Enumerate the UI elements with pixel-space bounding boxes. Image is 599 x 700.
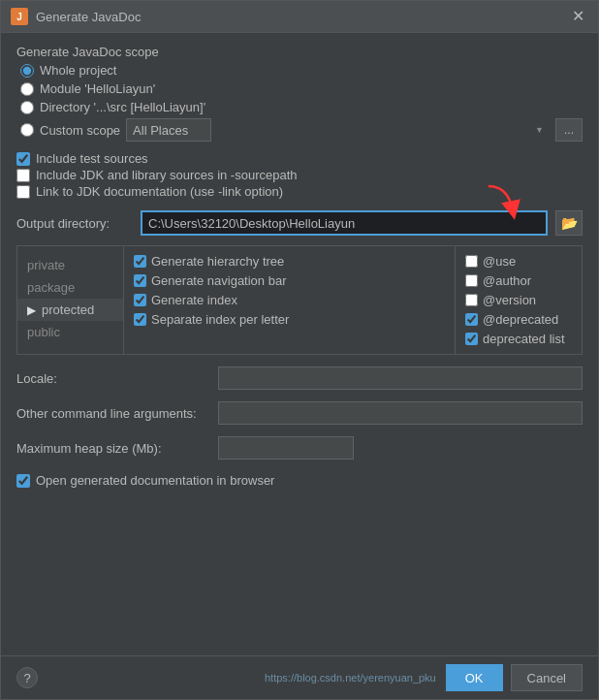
include-jdk-checkbox[interactable] — [16, 169, 30, 182]
vis-selected-arrow: ▶ — [27, 303, 36, 317]
scope-section: Generate JavaDoc scope Whole project Mod… — [16, 45, 583, 142]
title-bar: J Generate JavaDoc ✕ — [1, 1, 598, 33]
vis-protected[interactable]: ▶ protected — [17, 299, 123, 321]
folder-browse-button[interactable]: 📂 — [555, 210, 583, 236]
vis-package[interactable]: package — [17, 276, 123, 299]
scope-label: Generate JavaDoc scope — [16, 45, 583, 59]
tag-author-checkbox[interactable] — [465, 274, 478, 287]
locale-row: Locale: — [16, 366, 583, 390]
vis-private-label: private — [27, 258, 65, 272]
scope-module-radio[interactable] — [20, 82, 34, 96]
scope-module-label[interactable]: Module 'HelloLiayun' — [40, 81, 155, 96]
opt-navbar-label[interactable]: Generate navigation bar — [151, 273, 286, 288]
custom-scope-more-button[interactable]: ... — [555, 118, 583, 142]
opt-navbar-row: Generate navigation bar — [134, 273, 445, 288]
custom-scope-wrapper: All Places Project Files Module Files — [126, 118, 550, 142]
middle-section: private package ▶ protected public Gener… — [16, 245, 583, 355]
scope-module: Module 'HelloLiayun' — [20, 81, 583, 96]
heap-label: Maximum heap size (Mb): — [16, 441, 210, 456]
ok-label: OK — [465, 671, 484, 685]
scope-whole-radio[interactable] — [20, 64, 34, 78]
opt-navbar-checkbox[interactable] — [134, 274, 146, 287]
bottom-bar: ? https://blog.csdn.net/yerenyuan_pku OK… — [1, 655, 598, 699]
cmdargs-input[interactable] — [218, 401, 583, 425]
include-test-label[interactable]: Include test sources — [36, 151, 148, 166]
locale-label: Locale: — [16, 371, 210, 386]
help-button[interactable]: ? — [16, 667, 38, 688]
heap-input[interactable] — [218, 436, 354, 460]
tag-version-row: @version — [465, 293, 572, 307]
include-jdk-label[interactable]: Include JDK and library sources in -sour… — [36, 168, 298, 182]
scope-directory-radio[interactable] — [20, 101, 34, 114]
help-icon: ? — [23, 671, 30, 685]
scope-whole-label[interactable]: Whole project — [40, 63, 116, 78]
include-jdk-row: Include JDK and library sources in -sour… — [16, 168, 583, 182]
tag-deprecated-list-checkbox[interactable] — [465, 333, 478, 345]
cancel-button[interactable]: Cancel — [511, 664, 583, 691]
cmdargs-row: Other command line arguments: — [16, 401, 583, 425]
scope-directory-label[interactable]: Directory '...\src [HelloLiayun]' — [40, 100, 205, 114]
scope-custom: Custom scope All Places Project Files Mo… — [20, 118, 583, 142]
tag-author-label[interactable]: @author — [483, 273, 531, 288]
tag-version-checkbox[interactable] — [465, 294, 478, 306]
open-doc-checkbox[interactable] — [16, 474, 30, 488]
generate-javadoc-dialog: J Generate JavaDoc ✕ Generate JavaDoc sc… — [0, 0, 599, 700]
tag-version-label[interactable]: @version — [483, 293, 536, 307]
visibility-panel: private package ▶ protected public — [17, 246, 124, 354]
opt-separate-label[interactable]: Separate index per letter — [151, 312, 289, 327]
tag-use-row: @use — [465, 254, 572, 269]
open-doc-row: Open generated documentation in browser — [16, 473, 583, 488]
opt-hierarchy-row: Generate hierarchy tree — [134, 254, 445, 269]
scope-custom-label[interactable]: Custom scope — [40, 123, 120, 138]
include-test-checkbox[interactable] — [16, 152, 30, 166]
tag-deprecated-list-label[interactable]: deprecated list — [483, 332, 565, 346]
vis-package-label: package — [27, 280, 75, 295]
vis-private[interactable]: private — [17, 254, 123, 276]
folder-icon: 📂 — [561, 215, 578, 231]
url-text: https://blog.csdn.net/yerenyuan_pku — [265, 672, 436, 684]
output-directory-row: Output directory: 📂 — [16, 210, 583, 236]
tags-panel: @use @author @version @deprecated deprec… — [456, 246, 582, 354]
dialog-title: Generate JavaDoc — [36, 10, 560, 24]
app-icon: J — [11, 8, 28, 25]
vis-protected-label: protected — [42, 302, 94, 317]
dialog-content: Generate JavaDoc scope Whole project Mod… — [1, 33, 598, 655]
cmdargs-label: Other command line arguments: — [16, 406, 210, 421]
ok-button[interactable]: OK — [446, 664, 503, 691]
open-doc-label[interactable]: Open generated documentation in browser — [36, 473, 274, 488]
link-jdk-label[interactable]: Link to JDK documentation (use -link opt… — [36, 184, 283, 199]
locale-input[interactable] — [218, 366, 583, 390]
options-panel: Generate hierarchy tree Generate navigat… — [124, 246, 456, 354]
scope-directory: Directory '...\src [HelloLiayun]' — [20, 100, 583, 114]
opt-hierarchy-checkbox[interactable] — [134, 255, 146, 268]
tag-use-checkbox[interactable] — [465, 255, 478, 268]
close-button[interactable]: ✕ — [568, 7, 588, 26]
red-arrow-annotation — [484, 181, 522, 223]
output-label: Output directory: — [16, 216, 133, 231]
opt-separate-row: Separate index per letter — [134, 312, 445, 327]
tag-deprecated-label[interactable]: @deprecated — [483, 312, 558, 327]
vis-public-label: public — [27, 325, 60, 339]
custom-scope-select[interactable]: All Places Project Files Module Files — [126, 118, 211, 142]
opt-index-row: Generate index — [134, 293, 445, 307]
tag-deprecated-list-row: deprecated list — [465, 332, 572, 346]
tag-deprecated-checkbox[interactable] — [465, 313, 478, 326]
scope-whole-project: Whole project — [20, 63, 583, 78]
tag-use-label[interactable]: @use — [483, 254, 516, 269]
opt-index-label[interactable]: Generate index — [151, 293, 237, 307]
opt-separate-checkbox[interactable] — [134, 313, 146, 326]
tag-author-row: @author — [465, 273, 572, 288]
scope-radio-group: Whole project Module 'HelloLiayun' Direc… — [16, 63, 583, 142]
tag-deprecated-row: @deprecated — [465, 312, 572, 327]
opt-index-checkbox[interactable] — [134, 294, 146, 306]
vis-public[interactable]: public — [17, 321, 123, 343]
link-jdk-checkbox[interactable] — [16, 185, 30, 199]
heap-row: Maximum heap size (Mb): — [16, 436, 583, 460]
opt-hierarchy-label[interactable]: Generate hierarchy tree — [151, 254, 284, 269]
cancel-label: Cancel — [527, 671, 566, 685]
include-test-row: Include test sources — [16, 151, 583, 166]
scope-custom-radio[interactable] — [20, 123, 34, 137]
